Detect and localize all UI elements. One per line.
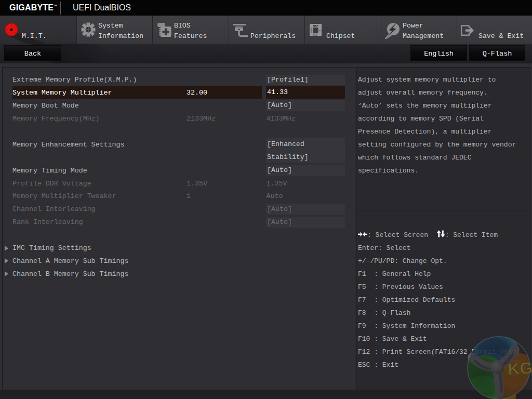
svg-text:KG: KG xyxy=(507,358,532,379)
